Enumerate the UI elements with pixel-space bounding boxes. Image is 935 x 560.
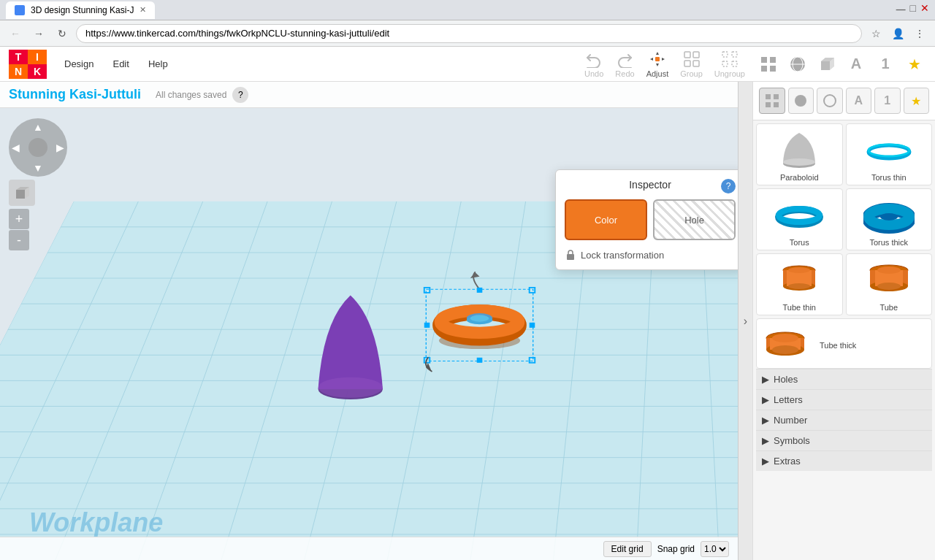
color-label: Color bbox=[595, 215, 617, 226]
letter-btn[interactable]: A bbox=[844, 53, 868, 76]
toolbar-menu: Design Edit Help bbox=[56, 54, 177, 74]
inspector-help-btn[interactable]: ? bbox=[721, 179, 736, 193]
shape-paraboloid[interactable]: Paraboloid bbox=[756, 123, 843, 185]
zoom-out-btn[interactable]: - bbox=[9, 230, 29, 250]
view-mode-grid[interactable] bbox=[759, 88, 785, 114]
bookmark-btn[interactable]: ☆ bbox=[866, 24, 885, 43]
zoom-in-btn[interactable]: + bbox=[9, 209, 29, 229]
minimize-btn[interactable]: ─ bbox=[896, 2, 906, 18]
svg-point-74 bbox=[795, 95, 806, 107]
star-icon: ★ bbox=[908, 55, 921, 73]
svg-rect-71 bbox=[774, 94, 779, 99]
torus-thick-label: Torus thick bbox=[869, 238, 908, 247]
view-mode-solid[interactable] bbox=[788, 88, 814, 114]
menu-btn[interactable]: ⋮ bbox=[910, 24, 929, 43]
project-bar: Stunning Kasi-Juttuli All changes saved … bbox=[0, 82, 738, 108]
svg-point-84 bbox=[880, 213, 898, 220]
maximize-btn[interactable]: □ bbox=[910, 2, 916, 18]
view-mode-number[interactable]: 1 bbox=[874, 88, 901, 114]
snap-select[interactable]: 1.0 0.5 0.1 bbox=[701, 541, 729, 557]
pan-left[interactable]: ◀ bbox=[12, 142, 20, 153]
menu-design[interactable]: Design bbox=[56, 54, 102, 74]
svg-rect-60 bbox=[424, 323, 430, 328]
letter-a-icon: A bbox=[851, 55, 861, 72]
ungroup-action[interactable]: Ungroup bbox=[714, 50, 745, 78]
menu-edit[interactable]: Edit bbox=[104, 54, 137, 74]
reload-btn[interactable]: ↻ bbox=[53, 24, 72, 43]
tab-close-btn[interactable]: ✕ bbox=[140, 5, 146, 15]
box-icon bbox=[819, 56, 835, 72]
letters-label: Letters bbox=[774, 394, 803, 405]
svg-rect-58 bbox=[477, 288, 483, 293]
color-option[interactable]: Color bbox=[565, 199, 647, 240]
3d-btn[interactable] bbox=[786, 53, 809, 76]
back-btn[interactable]: ← bbox=[6, 24, 25, 43]
logo-k: K bbox=[28, 64, 47, 79]
svg-rect-59 bbox=[477, 358, 483, 363]
redo-action[interactable]: Redo bbox=[615, 50, 634, 78]
menu-help[interactable]: Help bbox=[140, 54, 177, 74]
holes-arrow-icon: ▶ bbox=[762, 374, 769, 385]
category-holes[interactable]: ▶ Holes bbox=[756, 369, 932, 389]
svg-rect-70 bbox=[766, 94, 771, 99]
redo-icon bbox=[616, 50, 633, 68]
box-view-btn[interactable] bbox=[815, 53, 839, 76]
tube-label: Tube bbox=[879, 303, 898, 312]
paraboloid-preview bbox=[774, 130, 825, 170]
shape-tube[interactable]: Tube bbox=[846, 253, 933, 315]
panel-collapse-handle[interactable]: › bbox=[738, 82, 752, 560]
undo-action[interactable]: Undo bbox=[584, 50, 603, 78]
tube-thin-label: Tube thin bbox=[783, 303, 816, 312]
address-bar[interactable] bbox=[76, 24, 862, 43]
pan-right[interactable]: ▶ bbox=[56, 142, 64, 153]
help-btn[interactable]: ? bbox=[232, 87, 248, 103]
svg-rect-19 bbox=[16, 190, 25, 199]
profile-btn[interactable]: 👤 bbox=[888, 24, 907, 43]
svg-rect-73 bbox=[774, 102, 779, 107]
pan-down[interactable]: ▼ bbox=[33, 162, 43, 174]
group-action[interactable]: Group bbox=[680, 50, 703, 78]
category-number[interactable]: ▶ Number bbox=[756, 410, 932, 430]
hole-option[interactable]: Hole bbox=[653, 199, 736, 240]
view-mode-letter[interactable]: A bbox=[846, 88, 872, 114]
close-btn[interactable]: ✕ bbox=[920, 2, 929, 18]
svg-rect-5 bbox=[722, 52, 728, 57]
svg-rect-3 bbox=[684, 61, 690, 66]
svg-point-102 bbox=[772, 345, 798, 354]
svg-point-95 bbox=[877, 266, 901, 274]
forward-btn[interactable]: → bbox=[29, 24, 48, 43]
svg-point-75 bbox=[824, 95, 836, 107]
view-mode-wireframe[interactable] bbox=[817, 88, 843, 114]
category-symbols[interactable]: ▶ Symbols bbox=[756, 430, 932, 450]
shape-torus-thin[interactable]: Torus thin bbox=[846, 123, 933, 185]
shape-torus-thick[interactable]: Torus thick bbox=[846, 188, 933, 250]
holes-label: Holes bbox=[774, 374, 798, 385]
collapse-icon: › bbox=[744, 315, 747, 328]
category-letters[interactable]: ▶ Letters bbox=[756, 389, 932, 410]
inspector-title: Inspector bbox=[565, 179, 736, 191]
number-btn[interactable]: 1 bbox=[874, 53, 897, 76]
svg-rect-61 bbox=[530, 323, 535, 328]
pan-center[interactable] bbox=[28, 138, 47, 157]
view-cube[interactable] bbox=[9, 180, 35, 206]
svg-rect-8 bbox=[732, 61, 737, 66]
star-view-icon: ★ bbox=[911, 94, 921, 108]
grid-btn[interactable] bbox=[757, 53, 780, 76]
edit-grid-btn[interactable]: Edit grid bbox=[603, 541, 652, 557]
pan-up[interactable]: ▲ bbox=[33, 121, 43, 133]
category-extras[interactable]: ▶ Extras bbox=[756, 450, 932, 471]
toolbar-actions: Undo Redo Adjust bbox=[584, 50, 745, 78]
shape-tube-thick[interactable]: Tube thick bbox=[756, 318, 932, 369]
adjust-action[interactable]: Adjust bbox=[646, 50, 669, 78]
svg-rect-2 bbox=[693, 52, 699, 58]
star-btn[interactable]: ★ bbox=[903, 53, 926, 76]
lock-transformation[interactable]: Lock transformation bbox=[565, 249, 736, 261]
shape-torus[interactable]: Torus bbox=[756, 188, 843, 250]
viewport[interactable]: Stunning Kasi-Juttuli All changes saved … bbox=[0, 82, 738, 560]
shape-tube-thin[interactable]: Tube thin bbox=[756, 253, 843, 315]
svg-point-96 bbox=[877, 283, 901, 290]
view-mode-star[interactable]: ★ bbox=[904, 88, 930, 114]
svg-point-90 bbox=[788, 283, 810, 289]
pan-control[interactable]: ▲ ▼ ◀ ▶ bbox=[9, 118, 67, 177]
browser-tab[interactable]: 3D design Stunning Kasi-J ✕ bbox=[6, 1, 155, 19]
